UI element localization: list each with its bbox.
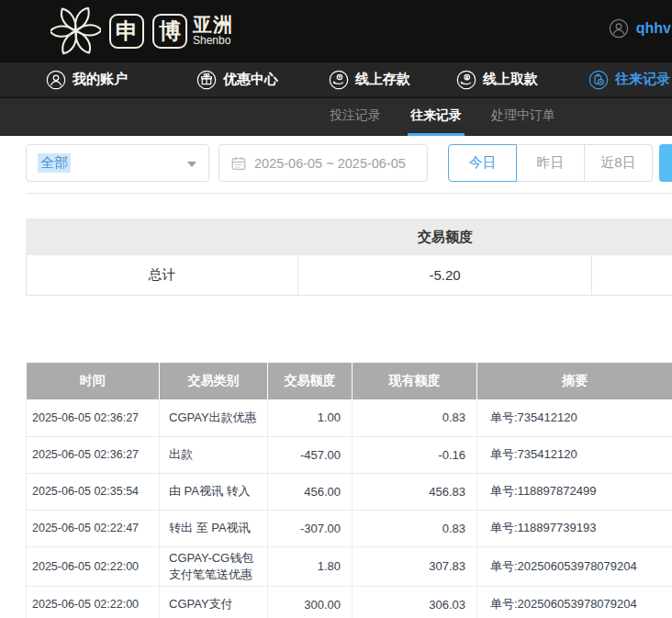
- date-range-input[interactable]: 2025-06-05 ~ 2025-06-05: [218, 144, 428, 182]
- main-nav: 我的账户优惠中心线上存款线上取款往来记录: [0, 62, 672, 98]
- transactions-table: 时间交易类别交易额度现有额度摘要 2025-06-05 02:36:27CGPA…: [26, 363, 672, 618]
- col-header: 现有额度: [353, 363, 477, 399]
- topbar: 申 博 亚洲 Shenbo qhhv: [0, 0, 672, 62]
- summary-header-label: 交易额度: [298, 219, 592, 255]
- cell-summary: 单号:202506053978079204: [477, 586, 672, 618]
- cell-amount: -457.00: [268, 436, 353, 473]
- cell-amount: -307.00: [268, 510, 353, 546]
- cell-type: CGPAY-CG钱包支付笔笔送优惠: [160, 546, 268, 586]
- cell-balance: 0.83: [353, 399, 477, 436]
- cell-amount: 1.80: [268, 546, 353, 586]
- nav-item-label: 往来记录: [615, 71, 670, 88]
- quick-button-0[interactable]: 今日: [448, 144, 517, 182]
- table-header-row: 时间交易类别交易额度现有额度摘要: [27, 363, 672, 399]
- cell-type: 转出 至 PA视讯: [160, 510, 268, 546]
- nav-item-user[interactable]: 我的账户: [46, 70, 128, 90]
- cell-amount: 1.00: [268, 399, 353, 436]
- nav-item-label: 线上存款: [355, 71, 410, 88]
- summary-empty-cell: [592, 255, 672, 295]
- col-header: 时间: [27, 363, 160, 399]
- chevron-down-icon: [187, 162, 196, 167]
- cell-time: 2025-06-05 02:35:54: [27, 473, 160, 510]
- cell-time: 2025-06-05 02:22:00: [27, 586, 160, 618]
- cell-type: CGPAY支付: [160, 586, 268, 618]
- cell-type: 由 PA视讯 转入: [160, 473, 268, 510]
- cell-summary: 单号:735412120: [477, 399, 672, 436]
- flower-logo-icon: [50, 6, 101, 56]
- quick-date-buttons: 今日昨日近8日: [448, 144, 653, 182]
- deposit-icon: [329, 70, 349, 90]
- summary-total-value: -5.20: [298, 255, 592, 295]
- table-row: 2025-06-05 02:35:54由 PA视讯 转入456.00456.83…: [27, 473, 672, 510]
- withdraw-icon: [456, 70, 476, 90]
- cell-balance: 306.03: [353, 586, 477, 618]
- sub-nav: 投注记录往来记录处理中订单: [0, 98, 672, 136]
- nav-item-label: 线上取款: [483, 71, 538, 88]
- cell-summary: 单号:202506053978079204: [477, 546, 672, 586]
- cell-balance: 307.83: [353, 546, 477, 586]
- logo-char-shen: 申: [109, 14, 144, 49]
- summary-table: 交易额度 总计 -5.20: [26, 219, 672, 296]
- page: 申 博 亚洲 Shenbo qhhv 我的账户优惠中心线上存款线上取款往来记录 …: [0, 0, 672, 618]
- nav-item-records[interactable]: 往来记录: [588, 70, 670, 90]
- summary-total-label: 总计: [26, 255, 298, 295]
- tx-table-body: 2025-06-05 02:36:27CGPAY出款优惠1.000.83单号:7…: [27, 399, 672, 618]
- cell-balance: -0.16: [353, 436, 477, 473]
- cell-balance: 0.83: [353, 510, 477, 546]
- logo-subtitle-text: Shenbo: [193, 35, 233, 47]
- cell-amount: 456.00: [268, 473, 353, 510]
- quick-button-1[interactable]: 昨日: [516, 144, 585, 182]
- logo-wordmark: 亚洲 Shenbo: [193, 15, 233, 47]
- col-header: 交易类别: [160, 363, 268, 399]
- records-icon: [588, 70, 609, 90]
- table-row: 2025-06-05 02:22:00CGPAY-CG钱包支付笔笔送优惠1.80…: [27, 546, 672, 586]
- summary-total-row: 总计 -5.20: [26, 255, 672, 296]
- quick-button-2[interactable]: 近8日: [584, 144, 653, 182]
- cell-amount: 300.00: [268, 586, 353, 618]
- tab-1[interactable]: 往来记录: [408, 98, 465, 136]
- nav-item-label: 我的账户: [73, 71, 128, 88]
- cell-time: 2025-06-05 02:36:27: [27, 436, 160, 473]
- logo-char-bo: 博: [152, 14, 187, 49]
- gift-icon: [196, 70, 217, 90]
- cell-balance: 456.83: [353, 473, 477, 510]
- search-button[interactable]: [659, 144, 672, 182]
- nav-item-withdraw[interactable]: 线上取款: [456, 70, 538, 90]
- divider: [26, 193, 672, 194]
- user-avatar-icon: [609, 18, 629, 39]
- logo-region-text: 亚洲: [193, 15, 233, 35]
- date-range-value: 2025-06-05 ~ 2025-06-05: [254, 156, 406, 171]
- cell-summary: 单号:735412120: [477, 436, 672, 473]
- cell-summary: 单号:118897872499: [477, 473, 672, 510]
- table-row: 2025-06-05 02:22:00CGPAY支付300.00306.03单号…: [27, 586, 672, 618]
- content: 全部 2025-06-05 ~ 2025-06-05 今日昨日近8日 交易额度: [0, 136, 672, 618]
- cell-time: 2025-06-05 02:22:00: [27, 546, 160, 586]
- cell-type: CGPAY出款优惠: [160, 399, 268, 436]
- summary-header-row: 交易额度: [26, 219, 672, 255]
- col-header: 交易额度: [268, 363, 353, 399]
- table-row: 2025-06-05 02:22:47转出 至 PA视讯-307.000.83单…: [27, 510, 672, 546]
- type-filter-select[interactable]: 全部: [26, 144, 209, 182]
- cell-summary: 单号:118897739193: [477, 510, 672, 546]
- type-filter-value: 全部: [38, 153, 71, 173]
- table-row: 2025-06-05 02:36:27CGPAY出款优惠1.000.83单号:7…: [27, 399, 672, 436]
- nav-item-label: 优惠中心: [223, 71, 278, 88]
- nav-item-deposit[interactable]: 线上存款: [329, 70, 410, 90]
- calendar-icon: [230, 155, 247, 172]
- user-icon: [46, 70, 66, 90]
- tab-2[interactable]: 处理中订单: [488, 98, 558, 136]
- cell-time: 2025-06-05 02:22:47: [27, 510, 160, 546]
- tab-0[interactable]: 投注记录: [327, 98, 384, 136]
- logo[interactable]: 申 博 亚洲 Shenbo: [50, 6, 233, 56]
- col-header: 摘要: [477, 363, 672, 399]
- table-row: 2025-06-05 02:36:27出款-457.00-0.16单号:7354…: [27, 436, 672, 473]
- cell-type: 出款: [160, 436, 268, 473]
- user-account[interactable]: qhhv: [609, 18, 672, 39]
- cell-time: 2025-06-05 02:36:27: [27, 399, 160, 436]
- nav-item-gift[interactable]: 优惠中心: [196, 70, 278, 90]
- username: qhhv: [636, 20, 672, 37]
